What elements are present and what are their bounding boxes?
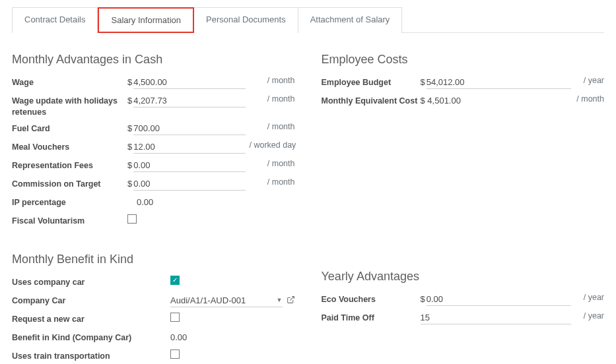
label-bik-company-car: Benefit in Kind (Company Car) [12, 331, 170, 344]
section-heading-cash: Monthly Advantages in Cash [12, 53, 295, 67]
input-representation-fees[interactable] [133, 159, 245, 172]
svg-line-0 [290, 296, 294, 300]
label-representation-fees: Representation Fees [12, 159, 127, 171]
label-paid-time-off: Paid Time Off [322, 311, 421, 324]
unit-month: / month [246, 94, 295, 104]
label-fuel-card: Fuel Card [12, 122, 127, 135]
input-commission-target[interactable] [133, 177, 245, 191]
unit-year: / year [571, 311, 604, 320]
select-company-car[interactable]: Audi/A1/1-AUD-001 ▼ [170, 294, 283, 307]
currency-prefix: $ [127, 179, 132, 189]
label-commission-target: Commission on Target [12, 177, 127, 190]
checkbox-uses-train[interactable] [170, 349, 180, 359]
currency-prefix: $ [127, 160, 132, 171]
checkbox-request-new-car[interactable] [170, 313, 180, 322]
label-wage-update: Wage update with holidays retenues [12, 94, 127, 118]
label-company-car: Company Car [12, 294, 170, 307]
input-paid-time-off[interactable] [421, 311, 572, 324]
tab-contract-details[interactable]: Contract Details [12, 7, 98, 33]
unit-month: / month [246, 177, 295, 187]
value-bik-company-car: 0.00 [170, 331, 295, 344]
input-employee-budget[interactable] [427, 76, 571, 89]
select-company-car-value: Audi/A1/1-AUD-001 [170, 294, 274, 307]
unit-worked-day: / worked day [246, 140, 295, 150]
tab-bar: Contract Details Salary Information Pers… [12, 7, 604, 33]
unit-month: / month [246, 122, 295, 131]
input-wage-update[interactable] [133, 94, 245, 107]
unit-month: / month [246, 159, 295, 168]
label-monthly-equivalent: Monthly Equivalent Cost [322, 94, 421, 107]
checkbox-uses-company-car[interactable] [170, 276, 180, 285]
label-wage: Wage [12, 76, 127, 88]
unit-year: / year [571, 76, 604, 85]
input-eco-vouchers[interactable] [427, 293, 571, 306]
caret-down-icon[interactable]: ▼ [277, 297, 283, 303]
input-wage[interactable] [133, 76, 245, 89]
label-meal-vouchers: Meal Vouchers [12, 140, 127, 153]
section-heading-costs: Employee Costs [322, 53, 605, 67]
tab-salary-information[interactable]: Salary Information [98, 7, 194, 33]
tab-attachment-of-salary[interactable]: Attachment of Salary [298, 7, 403, 33]
input-meal-vouchers[interactable] [133, 140, 245, 154]
label-employee-budget: Employee Budget [322, 76, 421, 88]
value-ip-percentage: 0.00 [127, 196, 246, 208]
currency-prefix: $ [127, 96, 132, 106]
currency-prefix: $ [421, 77, 425, 88]
label-request-new-car: Request a new car [12, 313, 170, 325]
label-fiscal-voluntarism: Fiscal Voluntarism [12, 214, 127, 227]
unit-month: / month [571, 94, 604, 104]
currency-prefix: $ [421, 294, 425, 305]
currency-prefix: $ [127, 142, 132, 152]
currency-prefix: $ [127, 123, 132, 134]
label-ip-percentage: IP percentage [12, 196, 127, 208]
section-heading-benefit: Monthly Benefit in Kind [12, 253, 295, 266]
currency-prefix: $ [127, 77, 132, 88]
unit-year: / year [571, 293, 604, 302]
input-fuel-card[interactable] [133, 122, 245, 135]
section-heading-yearly: Yearly Advantages [322, 270, 605, 284]
label-uses-train: Uses train transportation [12, 349, 170, 362]
unit-month: / month [246, 76, 295, 85]
checkbox-fiscal-voluntarism[interactable] [127, 214, 137, 224]
external-link-icon[interactable] [287, 295, 295, 306]
label-uses-company-car: Uses company car [12, 276, 170, 288]
label-eco-vouchers: Eco Vouchers [322, 293, 421, 305]
value-monthly-equivalent: $ 4,501.00 [421, 94, 572, 107]
tab-personal-documents[interactable]: Personal Documents [194, 7, 298, 33]
